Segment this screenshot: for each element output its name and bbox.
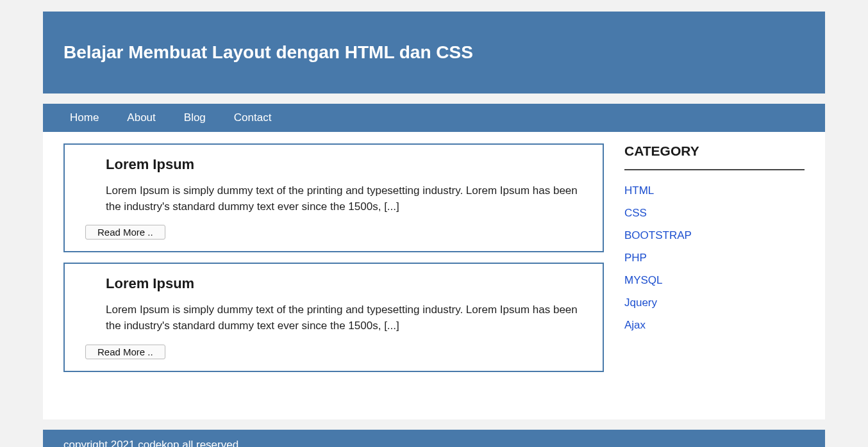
article-inner: Lorem Ipsum Lorem Ipsum is simply dummy …	[85, 156, 582, 215]
article-title: Lorem Ipsum	[106, 275, 582, 292]
nav-item-blog[interactable]: Blog	[178, 111, 212, 124]
category-item-bootstrap[interactable]: BOOTSTRAP	[624, 229, 805, 242]
footer-text: copyright 2021 codekop all reserved	[63, 439, 805, 447]
category-link-mysql[interactable]: MYSQL	[624, 274, 663, 286]
category-item-html[interactable]: HTML	[624, 184, 805, 197]
category-link-php[interactable]: PHP	[624, 252, 647, 264]
article-card: Lorem Ipsum Lorem Ipsum is simply dummy …	[63, 263, 604, 371]
nav-link-blog[interactable]: Blog	[184, 111, 206, 124]
sidebar-divider	[624, 169, 805, 170]
nav-item-about[interactable]: About	[121, 111, 162, 124]
category-link-ajax[interactable]: Ajax	[624, 319, 646, 331]
category-item-jquery[interactable]: Jquery	[624, 297, 805, 309]
main-nav: Home About Blog Contact	[43, 104, 825, 132]
article-title: Lorem Ipsum	[106, 156, 582, 173]
category-item-ajax[interactable]: Ajax	[624, 319, 805, 332]
category-link-css[interactable]: CSS	[624, 207, 647, 219]
category-link-html[interactable]: HTML	[624, 184, 654, 197]
article-inner: Lorem Ipsum Lorem Ipsum is simply dummy …	[85, 275, 582, 334]
read-more-button[interactable]: Read More ..	[85, 225, 165, 240]
category-item-css[interactable]: CSS	[624, 207, 805, 220]
page-footer: copyright 2021 codekop all reserved	[43, 430, 825, 447]
category-item-mysql[interactable]: MYSQL	[624, 274, 805, 287]
category-link-bootstrap[interactable]: BOOTSTRAP	[624, 229, 692, 241]
category-list: HTML CSS BOOTSTRAP PHP MYSQL Jquery Ajax	[624, 184, 805, 332]
article-excerpt: Lorem Ipsum is simply dummy text of the …	[106, 302, 582, 334]
nav-link-home[interactable]: Home	[70, 111, 99, 124]
nav-list: Home About Blog Contact	[43, 111, 825, 124]
nav-link-about[interactable]: About	[127, 111, 155, 124]
page-header: Belajar Membuat Layout dengan HTML dan C…	[43, 12, 825, 93]
read-more-button[interactable]: Read More ..	[85, 345, 165, 359]
content-container: Lorem Ipsum Lorem Ipsum is simply dummy …	[43, 132, 825, 419]
category-item-php[interactable]: PHP	[624, 252, 805, 264]
sidebar-title: CATEGORY	[624, 143, 805, 168]
page-title: Belajar Membuat Layout dengan HTML dan C…	[63, 42, 805, 63]
nav-item-home[interactable]: Home	[63, 111, 105, 124]
nav-link-contact[interactable]: Contact	[234, 111, 272, 124]
sidebar: CATEGORY HTML CSS BOOTSTRAP PHP MYSQL Jq…	[624, 132, 825, 394]
category-link-jquery[interactable]: Jquery	[624, 297, 657, 309]
main-content: Lorem Ipsum Lorem Ipsum is simply dummy …	[43, 132, 624, 394]
article-card: Lorem Ipsum Lorem Ipsum is simply dummy …	[63, 143, 604, 252]
nav-item-contact[interactable]: Contact	[228, 111, 278, 124]
article-excerpt: Lorem Ipsum is simply dummy text of the …	[106, 183, 582, 215]
